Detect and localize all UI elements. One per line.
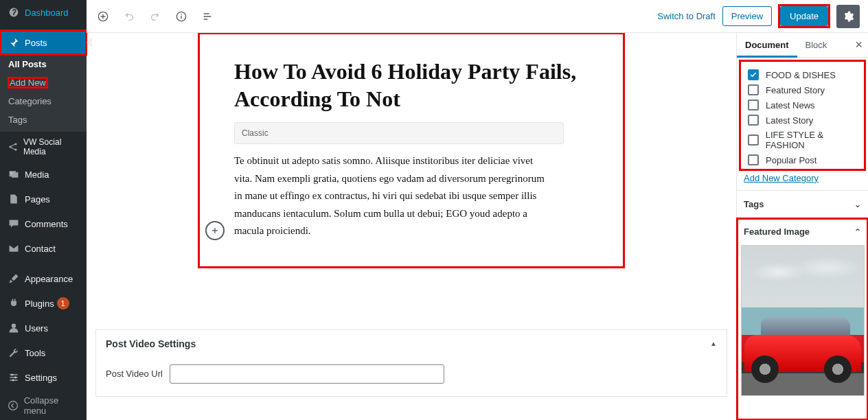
sliders-icon [7,371,21,384]
redo-button[interactable] [147,8,163,25]
settings-gear-button[interactable] [836,5,860,28]
media-icon [7,167,21,181]
chevron-up-icon: ⌃ [854,227,861,237]
sidebar-item-dashboard[interactable]: Dashboard [0,0,87,25]
metabox-post-video: Post Video Settings ▲ Post Video Url [95,329,727,397]
sidebar-label: Users [25,323,48,334]
featured-image-preview[interactable] [741,245,865,396]
chevron-down-icon: ⌄ [854,200,861,209]
category-item[interactable]: FOOD & DISHES [745,67,865,82]
category-label: Featured Story [766,85,825,95]
editor-topbar: Switch to Draft Preview Update [87,0,868,33]
sidebar-item-posts[interactable]: Posts [0,30,87,55]
svg-point-4 [12,324,16,328]
sidebar-item-tools[interactable]: Tools [0,340,87,365]
checkbox[interactable] [748,135,759,145]
mail-icon [7,242,21,255]
preview-button[interactable]: Preview [722,6,772,26]
metabox-toggle[interactable]: Post Video Settings ▲ [96,330,727,358]
checkbox[interactable] [748,100,759,110]
category-item[interactable]: Latest News [745,97,865,113]
sidebar-item-plugins[interactable]: Plugins 1 [0,291,87,316]
triangle-up-icon: ▲ [710,340,717,347]
sidebar-item-appearance[interactable]: Appearance [0,266,87,291]
category-item[interactable]: Latest Story [745,113,865,128]
undo-button[interactable] [121,8,137,25]
classic-block-label[interactable]: Classic [234,122,564,144]
featured-image-toggle[interactable]: Featured Image ⌃ [737,218,868,245]
sidebar-item-pages[interactable]: Pages [0,187,87,211]
category-item[interactable]: LIFE STYLE & FASHION [745,128,865,152]
share-icon [7,140,19,154]
sidebar-item-comments[interactable]: Comments [0,211,87,236]
plug-icon [7,296,21,310]
brush-icon [7,272,21,285]
category-label: Trending Post [766,170,821,171]
categories-section: FOOD & DISHESFeatured StoryLatest NewsLa… [737,58,868,191]
category-item[interactable]: Featured Story [745,82,865,97]
sidebar-sub-allposts[interactable]: All Posts [0,55,87,73]
sidebar-item-collapse[interactable]: Collapse menu [0,390,87,420]
checkbox[interactable] [748,84,759,95]
comment-icon [7,217,21,231]
featured-heading: Featured Image [744,226,810,237]
sidebar-sub-tags[interactable]: Tags [0,110,87,132]
tags-panel-toggle[interactable]: Tags ⌄ [737,191,868,218]
sidebar-sub-addnew[interactable]: Add New [0,73,87,92]
sidebar-label: Plugins [25,299,54,309]
sidebar-item-contact[interactable]: Contact [0,236,87,261]
sidebar-label: Appearance [25,274,73,284]
update-button[interactable]: Update [780,6,828,26]
post-title[interactable]: How To Avoid 6 Holiday Party Fails, Acco… [234,58,605,113]
switch-to-draft-button[interactable]: Switch to Draft [657,11,716,21]
category-list[interactable]: FOOD & DISHESFeatured StoryLatest NewsLa… [740,60,865,170]
collapse-icon [7,399,20,412]
video-url-label: Post Video Url [106,369,163,379]
add-block-button[interactable] [95,8,111,25]
svg-point-7 [12,379,14,381]
sidebar-item-settings[interactable]: Settings [0,365,87,390]
checkbox[interactable] [748,154,759,165]
settings-panel: Document Block × FOOD & DISHESFeatured S… [736,33,868,420]
info-button[interactable] [173,8,190,25]
add-new-category-link[interactable]: Add New Category [744,173,819,183]
sidebar-label: Dashboard [25,8,69,18]
sidebar-item-users[interactable]: Users [0,316,87,340]
video-url-input[interactable] [170,364,444,384]
close-panel-button[interactable]: × [849,38,868,52]
outline-button[interactable] [199,8,216,25]
checkbox[interactable] [748,115,759,126]
tab-document[interactable]: Document [737,33,797,57]
checkbox[interactable] [748,170,759,170]
category-label: Latest Story [766,115,813,126]
svg-point-5 [11,373,13,375]
metabox-title: Post Video Settings [106,338,196,349]
user-icon [7,321,21,335]
tags-heading: Tags [744,199,764,209]
sidebar-label: Settings [25,373,57,383]
svg-point-8 [9,401,18,410]
checkbox[interactable] [748,69,759,80]
page-icon [7,192,21,206]
sidebar-label: Contact [25,244,56,254]
sidebar-label: Pages [25,194,50,205]
tab-block[interactable]: Block [797,33,836,57]
sidebar-label: Media [25,170,49,180]
pin-icon [7,36,21,49]
sidebar-label: Tools [25,348,45,358]
sidebar-item-media[interactable]: Media [0,162,87,187]
sidebar-label: Comments [25,219,68,229]
category-label: Latest News [766,100,815,110]
sidebar-item-vwsocial[interactable]: VW Social Media [0,132,87,162]
post-body[interactable]: Te obtinuit ut adepto satis somno. Aliis… [234,152,550,240]
plugin-update-badge: 1 [57,297,69,310]
category-item[interactable]: Popular Post [745,152,865,167]
update-highlight: Update [779,5,830,27]
svg-point-6 [14,376,16,378]
add-block-inline-button[interactable] [205,221,225,240]
sidebar-sub-categories[interactable]: Categories [0,92,87,110]
admin-sidebar: Dashboard Posts All Posts Add New Catego… [0,0,87,420]
category-label: LIFE STYLE & FASHION [766,130,863,150]
post-highlight: How To Avoid 6 Holiday Party Fails, Acco… [198,33,624,268]
dashboard-icon [7,5,21,19]
